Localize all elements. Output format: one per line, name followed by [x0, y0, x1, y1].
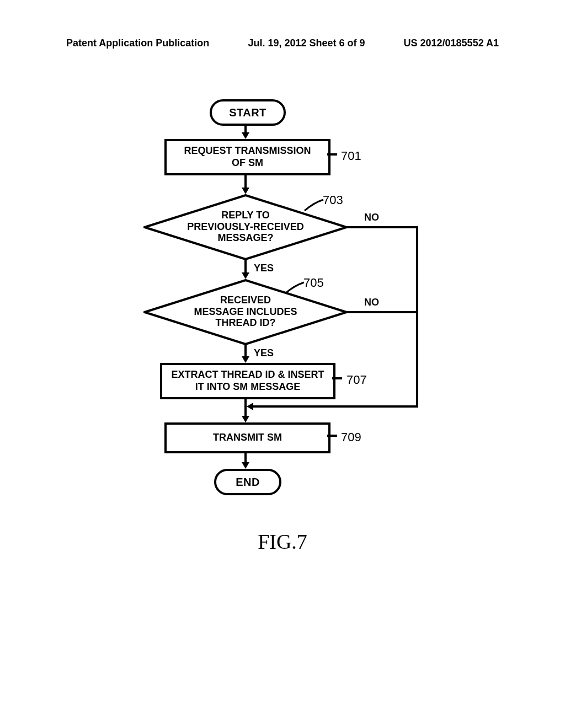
arrow-down-icon — [242, 272, 249, 279]
start-terminal: START — [210, 99, 286, 126]
start-label: START — [229, 106, 266, 119]
branch-no-705: NO — [364, 297, 379, 308]
step-709-text: TRANSMIT SM — [213, 432, 282, 444]
connector — [244, 259, 247, 274]
step-707-box: EXTRACT THREAD ID & INSERT IT INTO SM ME… — [160, 363, 335, 399]
connector — [244, 344, 247, 357]
arrow-left-icon — [247, 403, 253, 410]
ref-709: 709 — [341, 430, 361, 445]
connector — [244, 451, 247, 463]
ref-705: 705 — [303, 276, 324, 290]
header-publication-number: US 2012/0185552 A1 — [404, 38, 499, 49]
connector — [416, 226, 418, 390]
header-date-sheet: Jul. 19, 2012 Sheet 6 of 9 — [248, 38, 365, 49]
branch-no-703: NO — [364, 212, 379, 223]
page-header: Patent Application Publication Jul. 19, … — [66, 38, 499, 49]
branch-yes-703: YES — [254, 263, 274, 274]
leader-line — [303, 199, 326, 215]
step-709-box: TRANSMIT SM — [164, 422, 331, 453]
reference-tick — [327, 153, 337, 156]
figure-label: FIG.7 — [0, 529, 565, 554]
connector — [347, 311, 418, 313]
connector — [347, 226, 418, 228]
header-publication-type: Patent Application Publication — [66, 38, 209, 49]
arrow-down-icon — [242, 132, 249, 139]
arrow-down-icon — [242, 462, 249, 469]
ref-703: 703 — [323, 193, 343, 207]
step-701-box: REQUEST TRANSMISSION OF SM — [164, 139, 331, 175]
connector — [253, 405, 418, 408]
step-701-text: REQUEST TRANSMISSION OF SM — [184, 145, 311, 169]
arrow-down-icon — [242, 188, 249, 194]
connector — [244, 173, 247, 189]
arrow-down-icon — [242, 356, 249, 363]
leader-line — [284, 281, 306, 298]
flowchart-diagram: START REQUEST TRANSMISSION OF SM 701 REP… — [127, 99, 436, 496]
ref-701: 701 — [341, 149, 361, 163]
end-terminal: END — [214, 469, 281, 495]
end-label: END — [236, 476, 260, 489]
connector — [416, 390, 418, 408]
ref-707: 707 — [347, 373, 367, 387]
reference-tick — [327, 435, 337, 437]
step-707-text: EXTRACT THREAD ID & INSERT IT INTO SM ME… — [171, 369, 324, 393]
arrow-down-icon — [242, 416, 249, 422]
reference-tick — [332, 377, 342, 379]
branch-yes-705: YES — [254, 347, 274, 359]
